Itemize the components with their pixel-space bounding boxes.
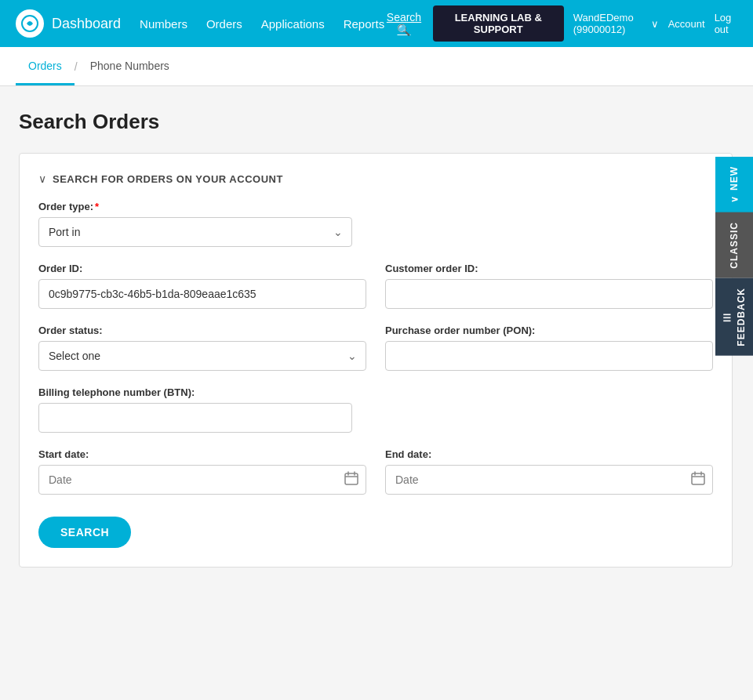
start-date-label: Start date: <box>38 448 366 460</box>
pon-col: Purchase order number (PON): <box>385 325 713 371</box>
order-status-label: Order status: <box>38 325 366 336</box>
side-tab-classic-label: CLASSIC <box>729 222 740 269</box>
order-id-row: Order ID: Customer order ID: <box>38 263 713 309</box>
start-date-wrapper <box>38 465 366 495</box>
search-button[interactable]: Search 🔍 <box>384 11 424 36</box>
card-header-title: SEARCH FOR ORDERS ON YOUR ACCOUNT <box>53 173 283 185</box>
order-status-select[interactable]: Select one Received Processing Complete … <box>38 341 366 371</box>
nav-reports[interactable]: Reports <box>344 17 385 31</box>
logo-area: Dashboard <box>16 9 121 38</box>
nav-orders[interactable]: Orders <box>206 17 242 31</box>
order-status-col: Order status: Select one Received Proces… <box>38 325 366 371</box>
side-tab-feedback-label: FEEDBACK <box>736 288 747 346</box>
logo-title: Dashboard <box>52 16 121 32</box>
side-tab-classic[interactable]: CLASSIC <box>715 212 753 278</box>
account-chevron-icon: ∨ <box>651 18 659 30</box>
nav-links: Numbers Orders Applications Reports <box>140 17 384 31</box>
customer-order-id-label: Customer order ID: <box>385 263 713 274</box>
order-status-select-wrapper: Select one Received Processing Complete … <box>38 341 366 371</box>
breadcrumb-orders[interactable]: Orders <box>16 47 75 85</box>
account-area: WandEDemo (99000012) ∨ Account Log out <box>573 12 737 35</box>
side-tab-new-label: NEW <box>729 166 740 190</box>
nav-left: Dashboard Numbers Orders Applications Re… <box>16 9 384 38</box>
order-type-select-wrapper: Port in ⌄ <box>38 217 352 247</box>
collapse-icon[interactable]: ∨ <box>38 172 46 185</box>
nav-right: Search 🔍 LEARNING LAB & SUPPORT WandEDem… <box>384 5 737 42</box>
end-date-input[interactable] <box>385 465 713 495</box>
start-date-col: Start date: <box>38 448 366 495</box>
side-tab-new[interactable]: ∨ NEW <box>715 157 753 212</box>
pon-input[interactable] <box>385 341 713 371</box>
customer-order-id-col: Customer order ID: <box>385 263 713 309</box>
search-action-button[interactable]: SEARCH <box>38 517 131 548</box>
breadcrumb-phone-numbers[interactable]: Phone Numbers <box>78 47 182 85</box>
side-tab-new-chevron: ∨ <box>729 195 740 203</box>
end-date-col: End date: <box>385 448 713 495</box>
end-date-label: End date: <box>385 448 713 460</box>
date-row: Start date: End date: <box>38 448 713 495</box>
search-card: ∨ SEARCH FOR ORDERS ON YOUR ACCOUNT Orde… <box>19 153 733 568</box>
btn-input[interactable] <box>38 403 352 433</box>
logout-link[interactable]: Log out <box>715 12 737 35</box>
pon-label: Purchase order number (PON): <box>385 325 713 336</box>
account-name: WandEDemo (99000012) <box>573 12 648 35</box>
order-type-label: Order type:* <box>38 201 713 212</box>
page-title: Search Orders <box>19 110 734 134</box>
order-id-col: Order ID: <box>38 263 366 309</box>
order-type-row: Order type:* Port in ⌄ <box>38 201 713 247</box>
support-button[interactable]: LEARNING LAB & SUPPORT <box>433 5 564 42</box>
order-type-select[interactable]: Port in <box>38 217 352 247</box>
btn-label: Billing telephone number (BTN): <box>38 386 713 398</box>
side-tab-feedback[interactable]: ☰ FEEDBACK <box>715 278 753 356</box>
side-tabs: ∨ NEW CLASSIC ☰ FEEDBACK <box>715 157 753 355</box>
top-navigation: Dashboard Numbers Orders Applications Re… <box>0 0 753 47</box>
order-id-input[interactable] <box>38 279 366 309</box>
account-selector[interactable]: WandEDemo (99000012) ∨ <box>573 12 659 35</box>
customer-order-id-input[interactable] <box>385 279 713 309</box>
order-id-label: Order ID: <box>38 263 366 274</box>
order-status-row: Order status: Select one Received Proces… <box>38 325 713 371</box>
feedback-icon: ☰ <box>722 311 733 323</box>
logo-icon <box>16 9 44 38</box>
card-header: ∨ SEARCH FOR ORDERS ON YOUR ACCOUNT <box>38 172 713 185</box>
search-action-row: SEARCH <box>38 510 713 548</box>
required-star: * <box>95 201 99 212</box>
nav-applications[interactable]: Applications <box>261 17 325 31</box>
start-date-input[interactable] <box>38 465 366 495</box>
btn-row: Billing telephone number (BTN): <box>38 386 713 433</box>
main-content: Search Orders ∨ SEARCH FOR ORDERS ON YOU… <box>0 86 753 591</box>
breadcrumb-bar: Orders / Phone Numbers <box>0 47 753 86</box>
account-link[interactable]: Account <box>668 18 705 30</box>
breadcrumb-tabs: Orders / Phone Numbers <box>16 47 737 85</box>
end-date-wrapper <box>385 465 713 495</box>
nav-numbers[interactable]: Numbers <box>140 17 187 31</box>
side-tab-feedback-inner: ☰ FEEDBACK <box>722 288 747 346</box>
